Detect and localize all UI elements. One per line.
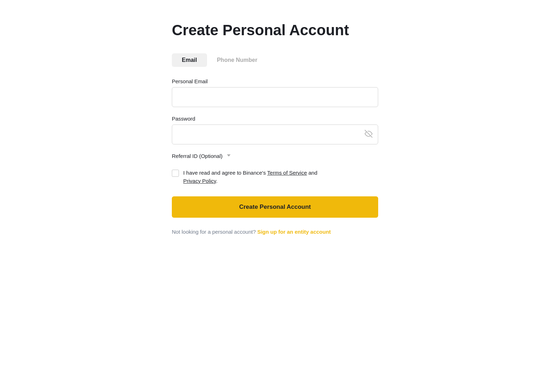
referral-row[interactable]: Referral ID (Optional) (172, 153, 378, 159)
privacy-policy-link[interactable]: Privacy Policy (183, 178, 216, 184)
email-group: Personal Email (172, 78, 378, 107)
email-input[interactable] (172, 87, 378, 107)
tab-bar: Email Phone Number (172, 53, 378, 67)
password-group: Password (172, 116, 378, 144)
terms-checkbox-row: I have read and agree to Binance's Terms… (172, 169, 378, 185)
tab-phone[interactable]: Phone Number (207, 53, 268, 67)
password-wrapper (172, 125, 378, 144)
referral-label: Referral ID (Optional) (172, 153, 223, 159)
svg-marker-1 (227, 154, 231, 157)
page-title: Create Personal Account (172, 21, 378, 39)
entity-account-link[interactable]: Sign up for an entity account (257, 229, 331, 235)
password-input[interactable] (172, 125, 378, 144)
terms-text: I have read and agree to Binance's Terms… (183, 169, 317, 185)
email-label: Personal Email (172, 78, 378, 84)
terms-checkbox[interactable] (172, 170, 179, 177)
terms-of-service-link[interactable]: Terms of Service (267, 170, 307, 176)
chevron-down-icon (226, 153, 231, 159)
toggle-password-icon[interactable] (365, 130, 372, 139)
footer-text: Not looking for a personal account? Sign… (172, 228, 378, 236)
tab-email[interactable]: Email (172, 53, 207, 67)
form-container: Create Personal Account Email Phone Numb… (172, 21, 378, 236)
submit-button[interactable]: Create Personal Account (172, 196, 378, 218)
password-label: Password (172, 116, 378, 122)
